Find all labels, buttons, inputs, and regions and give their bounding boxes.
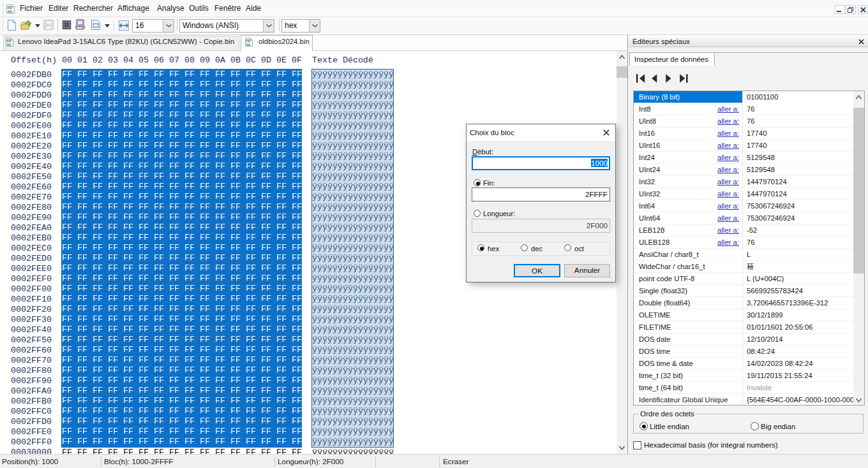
svg-text:A0: A0	[6, 43, 11, 47]
svg-text:A0: A0	[246, 43, 250, 47]
svg-text:A0: A0	[8, 10, 12, 13]
